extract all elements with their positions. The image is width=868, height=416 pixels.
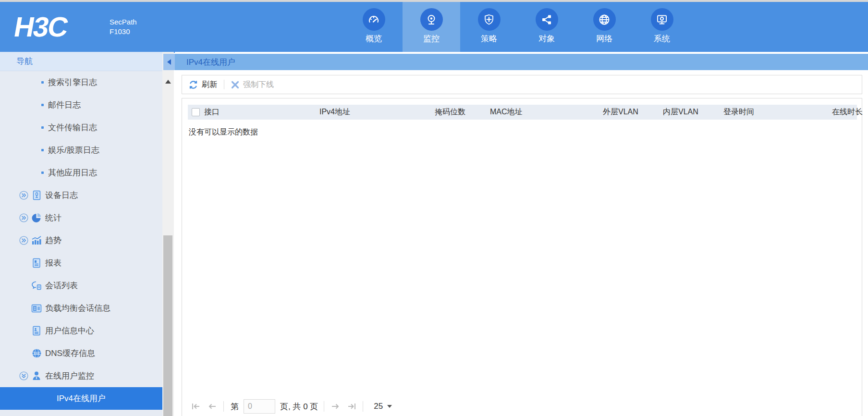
product-name: SecPath F1030 — [110, 17, 137, 37]
column-header-mac[interactable]: MAC地址 — [490, 105, 603, 120]
collapse-left-arrow-icon — [167, 59, 171, 65]
sidebar-item-online-user-monitor[interactable]: 在线用户监控 — [0, 365, 162, 387]
sidebar-item-label: 报表 — [45, 257, 61, 269]
next-page-button[interactable] — [327, 399, 343, 414]
page-title-bar: IPv4在线用户 — [175, 54, 868, 70]
sidebar-item-device-log[interactable]: 设备日志 — [0, 184, 162, 207]
expand-chevron-icon[interactable] — [19, 191, 28, 200]
tab-monitor[interactable]: 监控 — [403, 2, 460, 53]
sidebar-item-label: 邮件日志 — [48, 99, 81, 110]
tab-label: 监控 — [423, 33, 440, 44]
sidebar-item-label: 会话列表 — [45, 280, 78, 291]
column-header-mask[interactable]: 掩码位数 — [435, 105, 490, 120]
sidebar-item-label: 设备日志 — [45, 190, 78, 201]
column-header-inner-vlan[interactable]: 内层VLAN — [663, 105, 723, 120]
force-offline-button[interactable]: 强制下线 — [231, 80, 274, 90]
chevron-down-icon — [387, 405, 392, 408]
page-title: IPv4在线用户 — [186, 57, 235, 68]
main-nav-tabs: 概览 监控 — [345, 2, 691, 53]
sidebar-scrollbar[interactable] — [162, 52, 174, 416]
sidebar-item-label: 趋势 — [45, 235, 61, 246]
main-content: IPv4在线用户 刷新 强制下线 — [175, 52, 868, 416]
sidebar-item-label: 负载均衡会话信息 — [45, 303, 110, 314]
pager-separator — [223, 401, 224, 412]
sidebar-item-dns-cache[interactable]: DNS DNS缓存信息 — [0, 342, 162, 365]
load-balance-icon — [31, 303, 42, 314]
sidebar-item-statistics[interactable]: 统计 — [0, 207, 162, 229]
refresh-label: 刷新 — [202, 80, 217, 90]
tab-policy[interactable]: 策略 — [460, 2, 518, 53]
app-window: H3C SecPath F1030 概览 — [0, 0, 868, 416]
next-page-icon — [330, 403, 340, 410]
expand-chevron-icon[interactable] — [19, 213, 28, 222]
sidebar-item-label: 娱乐/股票日志 — [48, 145, 99, 156]
report-icon — [31, 258, 42, 269]
pagination-bar: 第 页, 共 0 页 25 — [188, 395, 392, 416]
pager-separator — [363, 401, 363, 412]
sidebar-item-label: DNS缓存信息 — [45, 348, 95, 359]
sidebar-item-session-list[interactable]: 会话列表 — [0, 274, 162, 297]
online-user-icon — [31, 371, 42, 381]
last-page-icon — [347, 403, 356, 410]
sidebar-item-trend[interactable]: 趋势 — [0, 229, 162, 252]
select-all-checkbox[interactable] — [192, 108, 200, 116]
tab-system[interactable]: 系统 — [633, 2, 691, 53]
empty-state-text: 没有可以显示的数据 — [189, 127, 856, 137]
bullet-icon — [41, 81, 44, 84]
column-header-online-duration[interactable]: 在线时长 — [832, 105, 857, 120]
column-header-interface[interactable]: 接口 — [204, 105, 319, 120]
page-size-value: 25 — [374, 402, 383, 411]
force-offline-x-icon — [231, 81, 239, 89]
share-nodes-icon — [536, 8, 558, 31]
sidebar-item-label: 其他应用日志 — [48, 167, 97, 178]
tab-overview[interactable]: 概览 — [345, 2, 403, 53]
data-table-panel: 接口 IPv4地址 掩码位数 MAC地址 外层VLAN 内层VLAN 登录时间 … — [182, 98, 862, 416]
pager-separator — [324, 401, 324, 412]
sidebar-item-label: 文件传输日志 — [48, 122, 97, 133]
scroll-up-arrow-icon[interactable] — [165, 80, 171, 84]
collapse-chevron-icon[interactable] — [19, 371, 28, 380]
page-size-select[interactable]: 25 — [374, 402, 392, 411]
sidebar-item-user-info-center[interactable]: 用户信息中心 — [0, 319, 162, 342]
header-checkbox-cell — [188, 105, 204, 120]
system-monitor-icon — [651, 8, 673, 31]
tab-label: 对象 — [538, 33, 555, 44]
column-header-outer-vlan[interactable]: 外层VLAN — [603, 105, 663, 120]
sidebar-item-label: IPv4在线用户 — [57, 393, 106, 404]
column-header-ipv4[interactable]: IPv4地址 — [319, 105, 435, 120]
page-prefix-label: 第 — [231, 401, 239, 412]
product-line1: SecPath — [110, 17, 137, 27]
prev-page-button[interactable] — [204, 399, 220, 414]
sidebar-item-report[interactable]: 报表 — [0, 252, 162, 274]
page-number-input[interactable] — [244, 399, 275, 414]
expand-chevron-icon[interactable] — [19, 236, 28, 245]
tab-objects[interactable]: 对象 — [518, 2, 575, 53]
force-offline-label: 强制下线 — [243, 80, 274, 90]
tab-network[interactable]: 网络 — [575, 2, 633, 53]
tab-label: 策略 — [481, 33, 497, 44]
online-users-table: 接口 IPv4地址 掩码位数 MAC地址 外层VLAN 内层VLAN 登录时间 … — [188, 105, 857, 120]
sidebar-item-load-balance-session[interactable]: 负载均衡会话信息 — [0, 297, 162, 319]
last-page-button[interactable] — [343, 399, 360, 414]
sidebar-item-search-engine-log[interactable]: 搜索引擎日志 — [0, 71, 162, 94]
sidebar-item-ipv4-online-users[interactable]: IPv4在线用户 — [0, 387, 162, 410]
bullet-icon — [41, 126, 44, 129]
toolbar: 刷新 强制下线 — [182, 75, 862, 94]
sidebar-collapse-button[interactable] — [163, 54, 175, 70]
sidebar-item-mail-log[interactable]: 邮件日志 — [0, 94, 162, 116]
user-info-icon — [31, 326, 42, 336]
pie-chart-icon — [31, 213, 42, 223]
dns-globe-icon: DNS — [31, 348, 42, 359]
h3c-logo: H3C — [12, 11, 70, 43]
scrollbar-thumb[interactable] — [163, 235, 172, 416]
sidebar-item-label: 统计 — [45, 212, 61, 223]
sidebar-title: 导航 — [0, 52, 162, 71]
sidebar-item-label: 用户信息中心 — [45, 325, 94, 336]
svg-text:DNS: DNS — [34, 352, 39, 355]
sidebar-item-file-transfer-log[interactable]: 文件传输日志 — [0, 116, 162, 139]
sidebar-item-other-app-log[interactable]: 其他应用日志 — [0, 161, 162, 184]
sidebar-item-entertainment-stock-log[interactable]: 娱乐/股票日志 — [0, 139, 162, 161]
first-page-button[interactable] — [188, 399, 204, 414]
column-header-login-time[interactable]: 登录时间 — [723, 105, 832, 120]
refresh-button[interactable]: 刷新 — [189, 80, 217, 90]
